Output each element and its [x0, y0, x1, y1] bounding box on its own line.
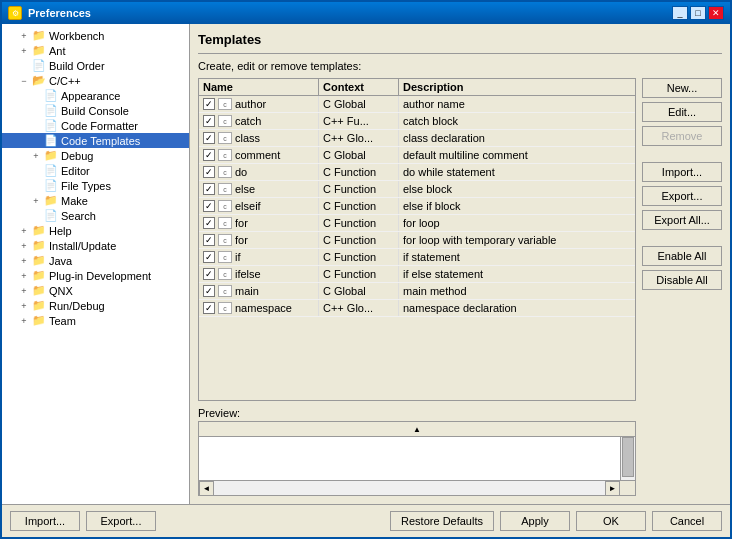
file-icon: c [218, 268, 232, 280]
close-button[interactable]: ✕ [708, 6, 724, 20]
file-icon: c [218, 285, 232, 297]
export-all-button[interactable]: Export All... [642, 210, 722, 230]
row-checkbox[interactable] [203, 234, 215, 246]
expand-icon: + [30, 195, 42, 207]
item-icon: 📄 [44, 179, 58, 192]
import-button[interactable]: Import... [642, 162, 722, 182]
import-bottom-button[interactable]: Import... [10, 511, 80, 531]
row-checkbox[interactable] [203, 268, 215, 280]
table-row[interactable]: c author C Global author name [199, 96, 635, 113]
disable-all-button[interactable]: Disable All [642, 270, 722, 290]
sidebar-item-editor[interactable]: + 📄 Editor [2, 163, 189, 178]
sidebar-item-plugin-dev[interactable]: + 📁 Plug-in Development [2, 268, 189, 283]
table-row[interactable]: c if C Function if statement [199, 249, 635, 266]
cell-context: C Function [319, 198, 399, 214]
ok-button[interactable]: OK [576, 511, 646, 531]
preview-section: Preview: ▲ ▼ ◄ ► [198, 407, 636, 496]
row-checkbox[interactable] [203, 183, 215, 195]
button-separator [642, 150, 722, 158]
cell-context: C Function [319, 232, 399, 248]
minimize-button[interactable]: _ [672, 6, 688, 20]
sidebar-item-label: File Types [61, 180, 111, 192]
bottom-bar-right: Restore Defaults Apply OK Cancel [390, 511, 722, 531]
export-bottom-button[interactable]: Export... [86, 511, 156, 531]
apply-button[interactable]: Apply [500, 511, 570, 531]
sidebar-item-label: Workbench [49, 30, 104, 42]
row-checkbox[interactable] [203, 132, 215, 144]
sidebar-item-search[interactable]: + 📄 Search [2, 208, 189, 223]
sidebar-item-label: C/C++ [49, 75, 81, 87]
sidebar-item-build-order[interactable]: + 📄 Build Order [2, 58, 189, 73]
sidebar-item-java[interactable]: + 📁 Java [2, 253, 189, 268]
expand-icon: + [18, 300, 30, 312]
sidebar-item-workbench[interactable]: + 📁 Workbench [2, 28, 189, 43]
row-checkbox[interactable] [203, 285, 215, 297]
cell-context: C Function [319, 249, 399, 265]
row-checkbox[interactable] [203, 302, 215, 314]
table-row[interactable]: c main C Global main method [199, 283, 635, 300]
sidebar-item-ant[interactable]: + 📁 Ant [2, 43, 189, 58]
sidebar-item-file-types[interactable]: + 📄 File Types [2, 178, 189, 193]
enable-all-button[interactable]: Enable All [642, 246, 722, 266]
cell-description: author name [399, 96, 635, 112]
scroll-left-arrow[interactable]: ◄ [199, 481, 214, 496]
cell-context: C Function [319, 215, 399, 231]
cell-description: for loop [399, 215, 635, 231]
row-checkbox[interactable] [203, 115, 215, 127]
sidebar-item-debug[interactable]: + 📁 Debug [2, 148, 189, 163]
sidebar-item-help[interactable]: + 📁 Help [2, 223, 189, 238]
export-button[interactable]: Export... [642, 186, 722, 206]
sidebar-item-code-formatter[interactable]: + 📄 Code Formatter [2, 118, 189, 133]
table-row[interactable]: c catch C++ Fu... catch block [199, 113, 635, 130]
row-checkbox[interactable] [203, 149, 215, 161]
cell-name: c catch [199, 113, 319, 129]
preview-scrollbar-vertical[interactable] [620, 437, 635, 480]
table-row[interactable]: c else C Function else block [199, 181, 635, 198]
sidebar-item-label: Java [49, 255, 72, 267]
remove-button[interactable]: Remove [642, 126, 722, 146]
cancel-button[interactable]: Cancel [652, 511, 722, 531]
sidebar-item-qnx[interactable]: + 📁 QNX [2, 283, 189, 298]
preview-scroll-up[interactable]: ▲ [199, 422, 635, 437]
expand-icon: − [18, 75, 30, 87]
table-row[interactable]: c class C++ Glo... class declaration [199, 130, 635, 147]
folder-icon: 📂 [32, 74, 46, 87]
right-panel: Templates Create, edit or remove templat… [190, 24, 730, 504]
table-row[interactable]: c namespace C++ Glo... namespace declara… [199, 300, 635, 317]
sidebar-item-make[interactable]: + 📁 Make [2, 193, 189, 208]
sidebar-item-build-console[interactable]: + 📄 Build Console [2, 103, 189, 118]
sidebar-item-team[interactable]: + 📁 Team [2, 313, 189, 328]
sidebar-item-install-update[interactable]: + 📁 Install/Update [2, 238, 189, 253]
item-icon: 📄 [44, 89, 58, 102]
sidebar-item-appearance[interactable]: + 📄 Appearance [2, 88, 189, 103]
row-checkbox[interactable] [203, 200, 215, 212]
restore-defaults-button[interactable]: Restore Defaults [390, 511, 494, 531]
cell-description: catch block [399, 113, 635, 129]
scroll-right-arrow[interactable]: ► [605, 481, 620, 496]
table-row[interactable]: c ifelse C Function if else statement [199, 266, 635, 283]
preview-scrollbar-horizontal[interactable]: ◄ ► [199, 480, 620, 495]
expand-icon: + [18, 225, 30, 237]
sidebar-item-code-templates[interactable]: + 📄 Code Templates [2, 133, 189, 148]
table-row[interactable]: c comment C Global default multiline com… [199, 147, 635, 164]
row-checkbox[interactable] [203, 98, 215, 110]
row-checkbox[interactable] [203, 166, 215, 178]
row-checkbox[interactable] [203, 217, 215, 229]
cell-context: C Function [319, 164, 399, 180]
new-button[interactable]: New... [642, 78, 722, 98]
table-row[interactable]: c elseif C Function else if block [199, 198, 635, 215]
folder-icon: 📁 [32, 254, 46, 267]
sidebar-item-run-debug[interactable]: + 📁 Run/Debug [2, 298, 189, 313]
cell-name: c ifelse [199, 266, 319, 282]
table-row[interactable]: c for C Function for loop with temporary… [199, 232, 635, 249]
main-content: Name Context Description c author [198, 78, 722, 496]
table-row[interactable]: c for C Function for loop [199, 215, 635, 232]
maximize-button[interactable]: □ [690, 6, 706, 20]
sidebar-item-label: Appearance [61, 90, 120, 102]
templates-table: Name Context Description c author [198, 78, 636, 401]
file-icon: c [218, 302, 232, 314]
sidebar-item-cpp[interactable]: − 📂 C/C++ [2, 73, 189, 88]
row-checkbox[interactable] [203, 251, 215, 263]
edit-button[interactable]: Edit... [642, 102, 722, 122]
table-row[interactable]: c do C Function do while statement [199, 164, 635, 181]
